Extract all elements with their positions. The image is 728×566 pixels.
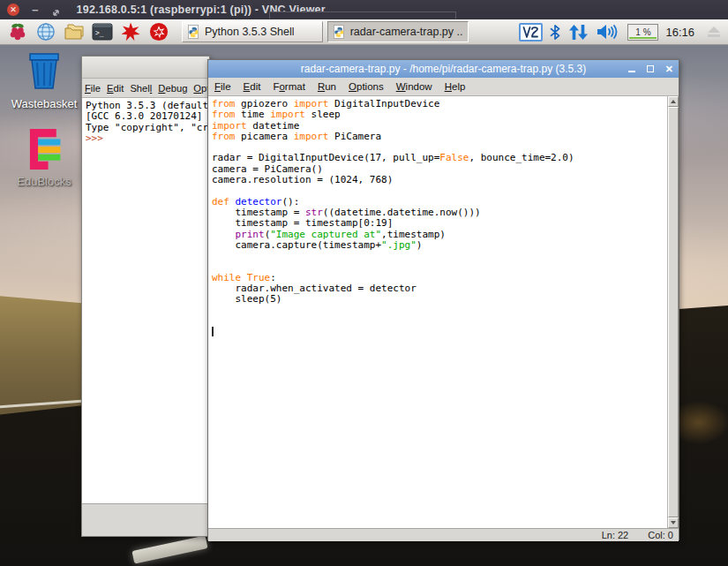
desktop-icon-edublocks[interactable]: EduBlocks xyxy=(6,129,82,188)
mathematica-icon[interactable] xyxy=(118,21,143,43)
code-line xyxy=(212,261,667,272)
taskbar-window-radar-camera-trap[interactable]: radar-camera-trap.py ... xyxy=(327,21,469,42)
editor-body: from gpiozero import DigitalInputDevicef… xyxy=(208,96,679,528)
bluetooth-icon[interactable] xyxy=(550,25,560,40)
menu-edit[interactable]: Edit xyxy=(107,83,124,94)
window-controls: ✕ xyxy=(617,60,673,78)
clock[interactable]: 16:16 xyxy=(665,26,694,39)
menu-file[interactable]: File xyxy=(85,83,101,94)
desktop-icon-label: EduBlocks xyxy=(6,175,82,188)
shell-statusbar xyxy=(82,503,209,516)
vnc-toolbar-handle[interactable] xyxy=(269,11,456,19)
editor-titlebar[interactable]: radar-camera-trap.py - /home/pi/radar-ca… xyxy=(208,60,679,78)
line-indicator: Ln: 22 xyxy=(602,530,629,540)
desktop-icon-label: Wastebasket xyxy=(6,97,82,110)
code-line xyxy=(212,316,667,327)
code-line: sleep(5) xyxy=(212,294,667,305)
vnc-minimize-button[interactable]: − xyxy=(32,4,39,17)
menu-file[interactable]: File xyxy=(214,81,231,92)
menu-debug[interactable]: Debug xyxy=(158,83,187,94)
editor-window: radar-camera-trap.py - /home/pi/radar-ca… xyxy=(207,59,679,540)
vnc-close-button[interactable]: ✕ xyxy=(7,4,19,16)
wastebasket-icon xyxy=(24,51,64,92)
taskbar: >_ xyxy=(0,19,728,45)
code-line: camera.capture(timestamp+".jpg") xyxy=(212,240,667,251)
terminal-icon[interactable]: >_ xyxy=(90,21,115,43)
system-tray: 1 % 16:16 xyxy=(519,23,724,42)
vnc-server-tray-icon[interactable] xyxy=(519,23,543,42)
launcher-area: >_ xyxy=(4,21,173,43)
task-button-label: radar-camera-trap.py ... xyxy=(350,26,463,38)
scroll-up-button[interactable] xyxy=(668,96,679,107)
svg-text:>_: >_ xyxy=(95,29,104,37)
minimize-button[interactable] xyxy=(628,71,635,72)
desktop-icon-wastebasket[interactable]: Wastebasket xyxy=(6,51,82,110)
taskbar-window-python-shell[interactable]: Python 3.5.3 Shell xyxy=(182,21,323,42)
cpu-usage-monitor[interactable]: 1 % xyxy=(627,24,658,41)
code-line: from picamera import PiCamera xyxy=(212,132,667,142)
code-line xyxy=(212,251,667,261)
web-browser-icon[interactable] xyxy=(34,21,58,43)
code-line: >>> xyxy=(86,133,209,144)
code-area[interactable]: from gpiozero import DigitalInputDevicef… xyxy=(208,96,667,528)
shell-output[interactable]: Python 3.5.3 (default[GCC 6.3.0 20170124… xyxy=(82,98,209,503)
edublocks-icon xyxy=(25,129,64,170)
shell-menubar: FileEditShellDebugOptionsWindowHelp xyxy=(82,79,209,98)
code-line xyxy=(212,306,667,316)
menu-help[interactable]: Help xyxy=(445,81,466,92)
text-cursor xyxy=(212,327,214,336)
code-line xyxy=(212,327,667,337)
vnc-restore-icon[interactable] xyxy=(51,5,61,15)
network-traffic-icon[interactable] xyxy=(568,25,589,40)
vertical-scrollbar[interactable] xyxy=(667,96,679,528)
wolfram-icon[interactable] xyxy=(146,21,171,43)
shell-window-titlebar[interactable] xyxy=(82,57,209,79)
editor-menubar: FileEditFormatRunOptionsWindowHelp xyxy=(208,78,679,96)
eject-icon[interactable] xyxy=(707,26,721,38)
menu-edit[interactable]: Edit xyxy=(244,81,261,92)
cpu-usage-bar xyxy=(629,37,657,39)
file-manager-icon[interactable] xyxy=(62,21,86,43)
cpu-usage-value: 1 % xyxy=(635,27,650,37)
close-button[interactable]: ✕ xyxy=(665,64,673,74)
menu-run[interactable]: Run xyxy=(318,81,336,92)
menu-window[interactable]: Window xyxy=(396,81,432,92)
column-indicator: Col: 0 xyxy=(648,530,673,540)
task-button-area: Python 3.5.3 Shell radar-camera-trap.py … xyxy=(182,21,473,42)
scrollbar-thumb[interactable] xyxy=(668,107,679,517)
editor-statusbar: Ln: 22 Col: 0 xyxy=(208,528,679,541)
menu-options[interactable]: Options xyxy=(349,81,384,92)
maximize-button[interactable] xyxy=(647,65,654,72)
menu-raspberry-icon[interactable] xyxy=(5,21,30,43)
task-button-label: Python 3.5.3 Shell xyxy=(205,26,294,38)
vnc-viewer-screen: ✕ − 192.168.0.5:1 (raspberrypi:1 (pi)) -… xyxy=(0,0,728,566)
code-line: camera.resolution = (1024, 768) xyxy=(212,175,667,185)
code-line: Type "copyright", "cr xyxy=(86,123,209,133)
python-file-icon xyxy=(333,25,346,40)
volume-icon[interactable] xyxy=(597,24,619,40)
menu-shell[interactable]: Shell xyxy=(130,83,152,94)
scroll-down-button[interactable] xyxy=(668,517,679,528)
python-file-icon xyxy=(187,25,200,40)
python-shell-window: FileEditShellDebugOptionsWindowHelp Pyth… xyxy=(81,56,210,537)
editor-window-title: radar-camera-trap.py - /home/pi/radar-ca… xyxy=(208,63,679,75)
menu-format[interactable]: Format xyxy=(273,81,304,92)
